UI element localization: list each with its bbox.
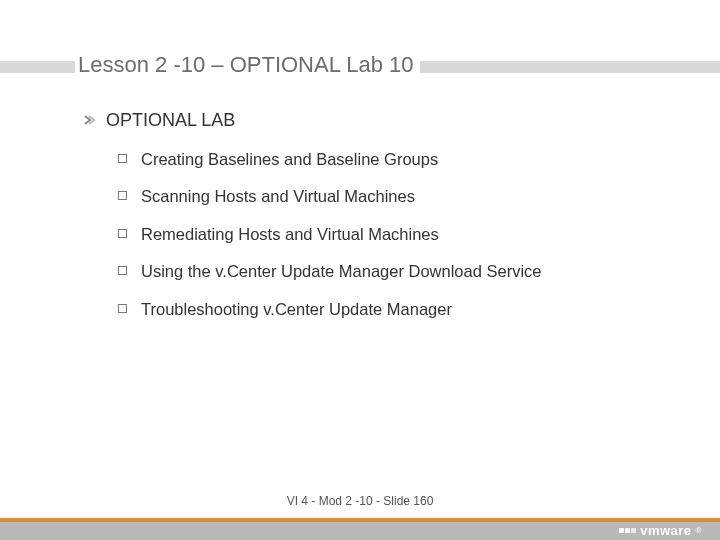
title-stripe-right — [420, 61, 720, 73]
slide-title: Lesson 2 -10 – OPTIONAL Lab 10 — [78, 52, 414, 78]
list-item: Creating Baselines and Baseline Groups — [118, 149, 680, 170]
list-item-label: Troubleshooting v.Center Update Manager — [141, 299, 452, 320]
square-bullet-icon — [118, 266, 127, 275]
list-item: Remediating Hosts and Virtual Machines — [118, 224, 680, 245]
list-item-label: Scanning Hosts and Virtual Machines — [141, 186, 415, 207]
vmware-logo: vmware ® — [619, 523, 702, 538]
square-bullet-icon — [118, 154, 127, 163]
list-item-label: Remediating Hosts and Virtual Machines — [141, 224, 439, 245]
title-bar: Lesson 2 -10 – OPTIONAL Lab 10 — [0, 52, 720, 82]
list-item: Scanning Hosts and Virtual Machines — [118, 186, 680, 207]
list-item-label: Creating Baselines and Baseline Groups — [141, 149, 438, 170]
footer-bar: vmware ® — [0, 518, 720, 540]
list-item: Troubleshooting v.Center Update Manager — [118, 299, 680, 320]
section-heading: OPTIONAL LAB — [106, 110, 235, 131]
square-bullet-icon — [118, 229, 127, 238]
title-stripe-left — [0, 61, 75, 73]
footer-text: VI 4 - Mod 2 -10 - Slide 160 — [0, 494, 720, 508]
chevron-icon — [82, 113, 96, 127]
slide: Lesson 2 -10 – OPTIONAL Lab 10 OPTIONAL … — [0, 0, 720, 540]
list-item-label: Using the v.Center Update Manager Downlo… — [141, 261, 542, 282]
logo-text: vmware — [640, 523, 691, 538]
square-bullet-icon — [118, 191, 127, 200]
logo-boxes-icon — [619, 528, 636, 533]
section-heading-row: OPTIONAL LAB — [82, 110, 680, 131]
square-bullet-icon — [118, 304, 127, 313]
list-item: Using the v.Center Update Manager Downlo… — [118, 261, 680, 282]
footer-gray-bar — [0, 522, 720, 540]
bullet-list: Creating Baselines and Baseline Groups S… — [118, 149, 680, 320]
content-area: OPTIONAL LAB Creating Baselines and Base… — [82, 110, 680, 336]
